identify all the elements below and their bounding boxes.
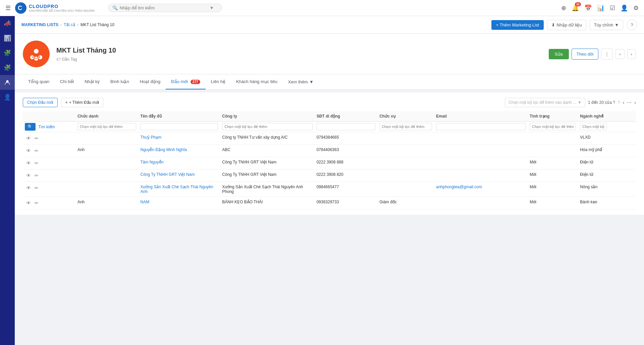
- app-name: CLOUDPRO: [29, 4, 95, 9]
- breadcrumb-root[interactable]: MARKETING LISTS: [21, 22, 58, 27]
- col-cong-ty-header[interactable]: Công ty: [220, 111, 314, 122]
- tab-chi-tiet[interactable]: Chi tiết: [55, 74, 79, 89]
- filter-cong-ty[interactable]: [222, 123, 312, 130]
- add-marketing-list-button[interactable]: + Thêm Marketing List: [491, 20, 544, 30]
- sidebar-item-plugins[interactable]: 🧩: [0, 46, 15, 60]
- edit-button-5[interactable]: ✏: [33, 185, 40, 191]
- cell-ten-5[interactable]: Xưởng Sản Xuất Chè Sạch Thái Nguyên Anh: [140, 185, 213, 194]
- filter-sdt[interactable]: [317, 123, 376, 130]
- filter-dropdown[interactable]: Chọn một bộ lọc để thêm vào danh ... ▼: [505, 98, 585, 107]
- col-sdt-header[interactable]: SĐT di động: [315, 111, 378, 122]
- header-actions: Sửa Theo dõi ⋮ ‹ ›: [549, 49, 636, 60]
- cell-chuc-vu-4: [377, 169, 434, 182]
- add-icon[interactable]: ⊕: [561, 4, 566, 12]
- cell-chuc-vu-5: [377, 182, 434, 197]
- cell-chuc-danh-3: [75, 157, 139, 169]
- sidebar-item-extensions[interactable]: 🧩: [0, 60, 15, 75]
- cell-tinh-trang-6: Mới: [528, 197, 578, 209]
- filter-ten[interactable]: [140, 123, 218, 130]
- breadcrumb-separator-1: ›: [60, 22, 62, 27]
- cell-ten-6[interactable]: NAM: [140, 200, 149, 204]
- sidebar-item-person[interactable]: 👤: [0, 90, 15, 105]
- tab-tong-quan[interactable]: Tổng quan: [23, 74, 55, 89]
- view-button-5[interactable]: 👁: [25, 185, 32, 191]
- cell-chuc-vu-1: [377, 132, 434, 145]
- search-input[interactable]: [120, 5, 207, 10]
- filter-search-button[interactable]: 🔍: [25, 123, 36, 131]
- tab-binh-luan[interactable]: Bình luận: [105, 74, 135, 89]
- cell-ten-1[interactable]: Thuỷ Phạm: [140, 135, 161, 140]
- hamburger-menu[interactable]: ☰: [5, 4, 11, 12]
- edit-button-3[interactable]: ✏: [33, 160, 40, 166]
- edit-button[interactable]: Sửa: [549, 49, 569, 59]
- pagination-options[interactable]: ⋯: [627, 100, 632, 105]
- view-button-4[interactable]: 👁: [25, 172, 32, 179]
- cell-ten-4[interactable]: Công Ty TNHH GRT Việt Nam: [140, 172, 195, 177]
- filter-search-label[interactable]: Tìm kiếm: [36, 123, 57, 131]
- pagination-next[interactable]: ›: [634, 100, 636, 105]
- settings-icon[interactable]: ⚙: [633, 4, 639, 12]
- filter-dropdown-arrow: ▼: [578, 100, 582, 105]
- edit-button-4[interactable]: ✏: [33, 172, 40, 179]
- col-email-header[interactable]: Email: [434, 111, 528, 122]
- more-options-button[interactable]: ⋮: [601, 49, 613, 60]
- chart-icon[interactable]: 📊: [597, 4, 604, 12]
- col-nganh-header[interactable]: Ngành nghề: [578, 111, 636, 122]
- tab-xem-them[interactable]: Xem thêm ▼: [283, 75, 319, 89]
- record-header: MKT List Tháng 10 🏷 Gắn Tag Sửa Theo dõi…: [15, 34, 644, 74]
- tab-nhat-ky[interactable]: Nhật ký: [79, 74, 105, 89]
- filter-nganh[interactable]: [580, 123, 607, 130]
- next-button[interactable]: ›: [627, 49, 636, 59]
- pagination-prev[interactable]: ‹: [623, 100, 625, 105]
- edit-button-2[interactable]: ✏: [33, 147, 40, 154]
- sidebar: 📣 📊 🧩 🧩 👤: [0, 0, 15, 345]
- chon-dau-moi-button[interactable]: Chọn Đầu mới: [23, 98, 58, 107]
- filter-chuc-vu[interactable]: [379, 123, 432, 130]
- prev-button[interactable]: ‹: [615, 49, 624, 59]
- them-dau-moi-button[interactable]: + + Thêm Đầu mới: [61, 98, 103, 107]
- edit-button-6[interactable]: ✏: [33, 200, 40, 206]
- table-row: 👁 ✏ Thuỷ Phạm Công ty TNHH Tư vấn xây dự…: [23, 132, 636, 145]
- calendar-icon[interactable]: 📅: [584, 4, 592, 12]
- sidebar-item-analytics[interactable]: 📊: [0, 31, 15, 46]
- col-chuc-danh-header[interactable]: Chức danh: [75, 111, 139, 122]
- follow-button[interactable]: Theo dõi: [572, 49, 599, 60]
- filter-chuc-danh[interactable]: [77, 123, 137, 130]
- main-content: MARKETING LISTS › Tất cả › MKT List Thán…: [15, 16, 644, 345]
- cell-email-5[interactable]: anhphongtea@gmail.com: [436, 185, 482, 189]
- cell-tinh-trang-4: Mới: [528, 169, 578, 182]
- avatar: [23, 41, 50, 67]
- checkbox-icon[interactable]: ☑: [610, 4, 615, 12]
- filter-email[interactable]: [436, 123, 526, 130]
- col-tinh-trang-header[interactable]: Tình trạng: [528, 111, 578, 122]
- cell-tinh-trang-2: [528, 145, 578, 157]
- import-button[interactable]: ⬇ Nhập dữ liệu: [547, 20, 586, 30]
- view-button-6[interactable]: 👁: [25, 200, 32, 206]
- view-button-1[interactable]: 👁: [25, 135, 32, 142]
- breadcrumb: MARKETING LISTS › Tất cả › MKT List Thán…: [21, 22, 114, 27]
- col-chuc-vu-header[interactable]: Chức vụ: [377, 111, 434, 122]
- tag-link[interactable]: 🏷 Gắn Tag: [56, 57, 542, 62]
- view-button-3[interactable]: 👁: [25, 160, 32, 166]
- help-button[interactable]: ?: [627, 19, 637, 30]
- tabs-bar: Tổng quan Chi tiết Nhật ký Bình luận Hoạ…: [15, 74, 644, 90]
- breadcrumb-level1[interactable]: Tất cả: [64, 22, 75, 27]
- cell-ten-3[interactable]: Tâm Nguyễn: [140, 160, 163, 164]
- table-row: 👁 ✏ Tâm Nguyễn Công Ty TNHH GRT Việt Nam…: [23, 157, 636, 169]
- customize-button[interactable]: Tùy chỉnh ▼: [590, 20, 623, 30]
- notification-icon[interactable]: 🔔 55: [572, 4, 579, 12]
- sidebar-item-marketing[interactable]: 📣: [0, 16, 15, 31]
- col-ten-header[interactable]: Tên đầy đủ: [138, 111, 220, 122]
- tab-khach-hang[interactable]: Khách hàng mục tiêu: [231, 74, 283, 89]
- user-icon[interactable]: 👤: [621, 4, 628, 12]
- tab-lien-he[interactable]: Liên hệ: [206, 74, 231, 89]
- search-bar[interactable]: 🔍 ▼: [108, 4, 222, 12]
- tab-dau-moi[interactable]: Đầu mới 277: [166, 74, 205, 89]
- view-button-2[interactable]: 👁: [25, 147, 32, 154]
- edit-button-1[interactable]: ✏: [33, 135, 40, 142]
- filter-tinh-trang[interactable]: [530, 123, 576, 130]
- sidebar-item-contacts[interactable]: [0, 75, 15, 90]
- cell-ten-2[interactable]: Nguyễn Đặng Minh Nghĩa: [140, 147, 187, 152]
- tab-hoat-dong[interactable]: Hoạt động: [135, 74, 166, 89]
- search-dropdown-arrow[interactable]: ▼: [210, 5, 214, 10]
